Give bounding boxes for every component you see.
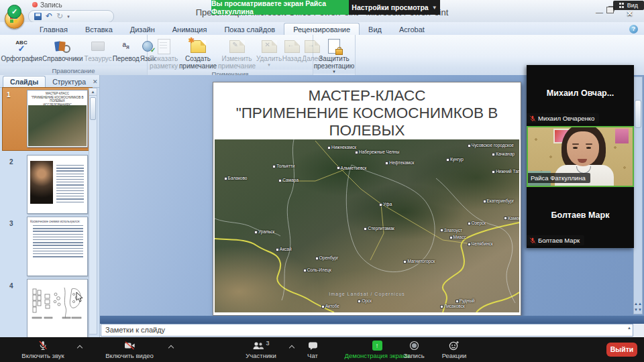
map-city-label: Набережные Челны	[355, 149, 400, 154]
notes-scroll-icon[interactable]: ▲	[627, 326, 631, 330]
notes-splitter[interactable]	[100, 316, 644, 324]
translate-button[interactable]: aя Перевод	[113, 36, 139, 63]
tab-home[interactable]: Главная	[31, 23, 76, 35]
thumbnail-sketch-figures	[28, 280, 86, 337]
map-city-label: Альметьевск	[337, 166, 367, 170]
pane-scrollbar[interactable]: ▲	[89, 88, 97, 335]
participant-tile-2[interactable]: Райса Фаткуллина	[527, 126, 634, 187]
participants-options-chevron[interactable]	[290, 345, 294, 349]
previous-comment-button[interactable]: ← Назад	[282, 36, 301, 63]
map-city-label: Балаково	[224, 176, 248, 180]
video-options-chevron[interactable]	[169, 345, 174, 349]
tab-design[interactable]: Дизайн	[121, 23, 164, 35]
show-markup-button[interactable]: Показать разметку	[150, 36, 178, 70]
slide-thumbnail-2[interactable]	[27, 155, 88, 214]
map-city-label: Миасс	[449, 235, 466, 239]
tab-insert[interactable]: Вставка	[76, 23, 121, 35]
map-city-marker	[337, 166, 340, 170]
wall-poster	[615, 129, 629, 143]
slide-thumbnail-1[interactable]: МАСТЕР-КЛАСС "ПРИМЕНЕНИЕ КОСМОСНИМКОВ В …	[27, 90, 88, 147]
research-button[interactable]: Справочники	[42, 36, 83, 63]
map-city-marker	[449, 236, 453, 239]
map-city-marker	[364, 227, 367, 231]
zoom-encryption-shield-icon: ✓	[7, 5, 21, 19]
map-city-marker	[224, 177, 227, 180]
view-settings-button[interactable]: Настройки просмотра ▼	[349, 0, 440, 15]
pane-close-icon[interactable]: ✕	[93, 78, 98, 87]
muted-mic-icon	[38, 341, 48, 351]
editor-scroll-thumb[interactable]	[635, 100, 641, 128]
tab-slides[interactable]: Слайды	[3, 76, 46, 87]
unmute-button[interactable]: Включить звук	[9, 341, 76, 359]
delete-comment-button[interactable]: ✕ Удалить ▾	[257, 36, 281, 67]
pane-tabs: Слайды Структура ✕	[0, 75, 99, 88]
pane-scroll-up-icon[interactable]: ▲	[89, 88, 97, 96]
map-city-marker	[492, 170, 495, 174]
map-city-marker	[355, 151, 358, 154]
map-city-label: Уфа	[379, 202, 392, 206]
protect-presentation-button[interactable]: Защитить презентацию ▾	[315, 36, 354, 74]
leave-button[interactable]: Выйти	[606, 343, 637, 357]
participants-panel: Михаил Овчар... Михаил Овчаренко	[527, 65, 634, 248]
new-comment-icon: ✱	[191, 38, 206, 55]
participants-icon: 3	[252, 341, 269, 351]
thesaurus-icon	[91, 38, 105, 55]
record-button[interactable]: Запись	[394, 341, 433, 359]
notes-panel[interactable]: Заметки к слайду ▲	[101, 324, 633, 337]
previous-slide-button[interactable]: ▲▲	[634, 302, 642, 306]
map-city-marker	[455, 300, 459, 303]
new-comment-button[interactable]: ✱ Создать примечание	[179, 36, 217, 70]
slide-thumbnail-3[interactable]: Космические снимки используются:	[27, 217, 88, 276]
map-city-marker	[327, 146, 331, 149]
editor-scrollbar[interactable]: ▲▲ ▼▼	[633, 76, 643, 314]
ribbon-group-comments: Показать разметку ✱ Создать примечание ✎…	[148, 35, 313, 75]
grid-view-icon	[619, 3, 625, 8]
minimize-button[interactable]: —	[596, 8, 603, 16]
map-city-marker	[440, 305, 443, 308]
help-icon[interactable]: ?	[629, 25, 638, 34]
map-city-marker	[276, 248, 279, 251]
spelling-button[interactable]: ABC✓ Орфография	[2, 36, 41, 63]
map-city-marker	[468, 144, 471, 147]
translate-icon: aя	[123, 38, 129, 55]
current-slide[interactable]: МАСТЕР-КЛАСС "ПРИМЕНЕНИЕ КОСМОСНИМКОВ В …	[213, 82, 521, 316]
map-city-marker	[483, 200, 486, 203]
map-city-label: Тольятти	[272, 164, 294, 168]
thumbnail-bullets-skeleton	[33, 225, 83, 257]
chat-button[interactable]: Чат	[299, 341, 326, 359]
map-city-marker	[379, 203, 382, 206]
thesaurus-button[interactable]: Тезаурус	[85, 36, 112, 63]
audio-options-chevron[interactable]	[78, 345, 83, 349]
next-slide-button[interactable]: ▼▼	[634, 308, 642, 312]
tab-view[interactable]: Вид	[360, 23, 390, 35]
tab-acrobat[interactable]: Acrobat	[390, 23, 433, 35]
map-watermark: Image Landsat / Copernicus	[329, 292, 405, 296]
slide-thumbnail-4[interactable]	[27, 279, 88, 339]
map-city-label: Аксай	[276, 247, 292, 251]
map-city-label: Нижний Тагил	[492, 169, 519, 174]
map-city-label: Челябинск	[468, 241, 493, 246]
pane-scroll-thumb[interactable]	[90, 97, 96, 120]
map-city-label: Соль-Илецк	[303, 267, 331, 272]
tab-animation[interactable]: Анимация	[164, 23, 216, 35]
close-button[interactable]: ✕	[627, 9, 633, 18]
map-city-marker	[440, 229, 443, 232]
edit-comment-button[interactable]: ✎ Изменить примечание	[218, 36, 256, 70]
tab-outline[interactable]: Структура	[46, 76, 93, 87]
map-city-label: Стерлитамак	[364, 226, 394, 231]
map-city-marker	[272, 165, 276, 168]
tab-review[interactable]: Рецензирование	[284, 23, 360, 35]
map-city-marker	[468, 222, 471, 225]
satellite-map-image: БалаковоТольяттиСамараНижнекамскНабережн…	[215, 139, 519, 312]
participant-tile-3[interactable]: Болтаев Марк Болтаев Марк	[527, 187, 634, 248]
chat-icon	[308, 341, 318, 351]
map-city-label: Нижнекамск	[327, 145, 356, 149]
reactions-button[interactable]: Реакции	[433, 341, 475, 359]
start-video-button[interactable]: Включить видео	[94, 341, 165, 359]
participant-tile-1[interactable]: Михаил Овчар... Михаил Овчаренко	[527, 65, 634, 126]
reactions-icon	[449, 341, 460, 351]
participants-button[interactable]: 3 Участники	[236, 341, 286, 359]
map-city-label: Уральск	[254, 229, 274, 234]
tab-slideshow[interactable]: Показ слайдов	[215, 23, 284, 35]
zoom-view-button[interactable]: Вид	[613, 1, 644, 10]
